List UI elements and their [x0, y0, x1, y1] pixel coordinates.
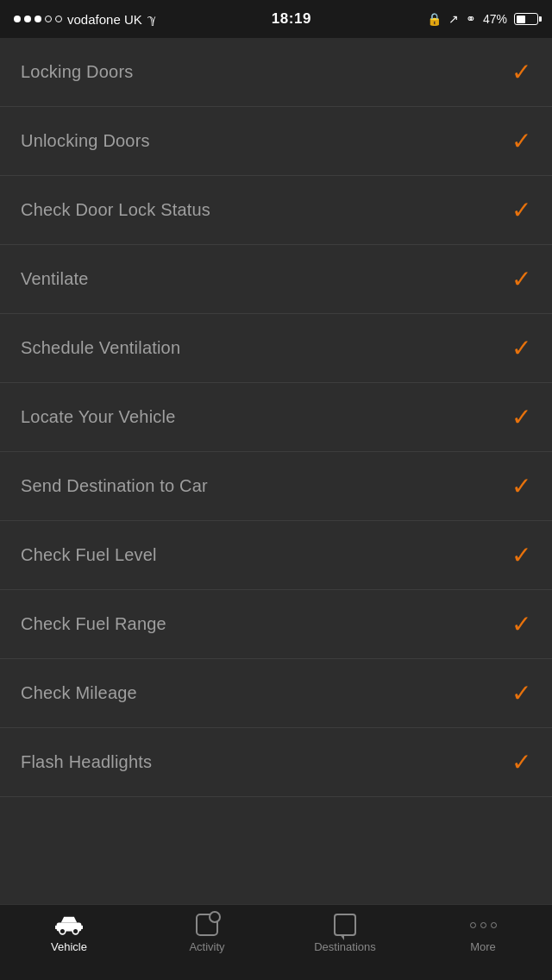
more-dot-2 — [480, 922, 486, 928]
list-item[interactable]: Check Fuel Range✓ — [0, 590, 552, 659]
list-item[interactable]: Check Mileage✓ — [0, 659, 552, 728]
features-list: Locking Doors✓Unlocking Doors✓Check Door… — [0, 38, 552, 904]
carrier-label: vodafone UK — [67, 12, 142, 27]
battery-icon — [514, 13, 538, 25]
list-item[interactable]: Unlocking Doors✓ — [0, 107, 552, 176]
item-label: Locking Doors — [21, 62, 133, 82]
tab-activity[interactable]: Activity — [138, 914, 276, 953]
check-icon: ✓ — [511, 403, 531, 431]
status-time: 18:19 — [272, 10, 311, 28]
lock-icon: 🔒 — [427, 12, 442, 26]
tab-vehicle[interactable]: Vehicle — [0, 914, 138, 953]
tab-bar: Vehicle Activity Destinations More — [0, 904, 552, 980]
car-icon — [55, 914, 83, 936]
check-icon: ✓ — [511, 127, 531, 155]
check-icon: ✓ — [511, 541, 531, 569]
item-label: Flash Headlights — [21, 752, 152, 772]
signal-dot-1 — [14, 16, 21, 22]
list-item[interactable]: Locking Doors✓ — [0, 38, 552, 107]
signal-dot-2 — [24, 16, 31, 22]
svg-rect-3 — [55, 926, 58, 929]
check-icon: ✓ — [511, 58, 531, 86]
item-label: Ventilate — [21, 269, 89, 289]
item-label: Send Destination to Car — [21, 476, 208, 496]
status-bar: vodafone UK ℽ 18:19 🔒 ↗ ⚭ 47% — [0, 0, 552, 38]
more-dot-1 — [470, 922, 476, 928]
status-left: vodafone UK ℽ — [14, 12, 156, 27]
svg-rect-4 — [80, 926, 83, 929]
list-item[interactable]: Flash Headlights✓ — [0, 728, 552, 797]
list-item[interactable]: Ventilate✓ — [0, 245, 552, 314]
tab-more-label: More — [470, 940, 496, 953]
signal-dots — [14, 16, 62, 22]
check-icon: ✓ — [511, 472, 531, 500]
item-label: Locate Your Vehicle — [21, 407, 176, 427]
item-label: Check Fuel Range — [21, 614, 166, 634]
wifi-icon: ℽ — [147, 12, 156, 26]
check-icon: ✓ — [511, 265, 531, 293]
item-label: Check Fuel Level — [21, 545, 157, 565]
tab-destinations[interactable]: Destinations — [276, 914, 414, 953]
list-item[interactable]: Schedule Ventilation✓ — [0, 314, 552, 383]
bluetooth-icon: ⚭ — [466, 12, 476, 26]
list-item[interactable]: Check Door Lock Status✓ — [0, 176, 552, 245]
status-right: 🔒 ↗ ⚭ 47% — [427, 12, 538, 26]
check-icon: ✓ — [511, 334, 531, 362]
item-label: Unlocking Doors — [21, 131, 150, 151]
check-icon: ✓ — [511, 679, 531, 707]
item-label: Check Door Lock Status — [21, 200, 210, 220]
location-icon: ↗ — [448, 12, 459, 26]
svg-point-1 — [60, 928, 66, 934]
more-icon-container — [469, 914, 497, 936]
signal-dot-4 — [45, 16, 52, 22]
tab-more[interactable]: More — [414, 914, 552, 953]
list-item[interactable]: Check Fuel Level✓ — [0, 521, 552, 590]
battery-percent: 47% — [483, 12, 507, 26]
list-item[interactable]: Locate Your Vehicle✓ — [0, 383, 552, 452]
car-svg — [55, 914, 83, 936]
signal-dot-5 — [55, 16, 62, 22]
item-label: Check Mileage — [21, 683, 137, 703]
battery-fill — [517, 16, 526, 23]
more-dot-3 — [491, 922, 497, 928]
signal-dot-3 — [34, 16, 41, 22]
tab-destinations-label: Destinations — [314, 940, 376, 953]
check-icon: ✓ — [511, 196, 531, 224]
destinations-icon-container — [331, 914, 359, 936]
activity-icon-container — [193, 914, 221, 936]
tab-vehicle-label: Vehicle — [51, 940, 87, 953]
destinations-icon — [334, 914, 356, 936]
activity-icon — [196, 914, 218, 936]
check-icon: ✓ — [511, 610, 531, 638]
svg-point-2 — [72, 928, 78, 934]
list-item[interactable]: Send Destination to Car✓ — [0, 452, 552, 521]
check-icon: ✓ — [511, 748, 531, 776]
item-label: Schedule Ventilation — [21, 338, 180, 358]
more-dots-icon — [470, 922, 497, 928]
tab-activity-label: Activity — [189, 940, 224, 953]
